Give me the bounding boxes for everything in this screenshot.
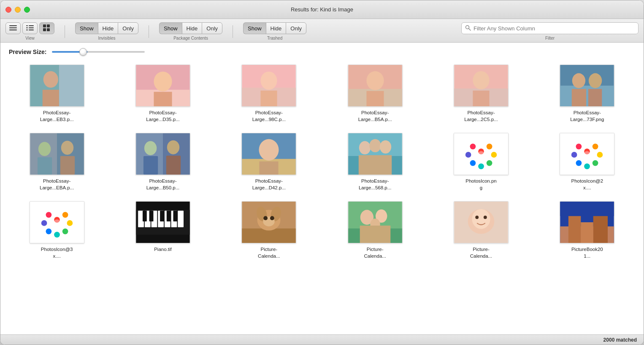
titlebar: Results for: Kind is Image: [0, 0, 644, 19]
grid-item[interactable]: PhotoEssay- Large...568.p...: [324, 131, 426, 193]
package-only-button[interactable]: Only: [202, 22, 222, 34]
svg-rect-5: [26, 27, 28, 28]
svg-point-76: [593, 144, 598, 150]
grid-item[interactable]: PhotoEssay- Large...D35.p...: [111, 63, 214, 124]
thumbnail-wrapper: [454, 65, 509, 107]
view-label: View: [25, 36, 35, 40]
minimize-button[interactable]: [15, 7, 21, 13]
svg-rect-109: [242, 229, 296, 243]
package-seg: Show Hide Only: [159, 22, 222, 34]
grid-scroll[interactable]: PhotoEssay- Large...EB3.p... PhotoEssay-…: [0, 59, 644, 334]
svg-point-71: [465, 152, 471, 158]
list-icon-button[interactable]: [5, 22, 21, 34]
svg-rect-36: [560, 86, 614, 106]
package-contents-group: Show Hide Only Package Contents: [159, 22, 222, 40]
grid-item[interactable]: PhotoEssay- Large...EB3.p...: [5, 63, 108, 124]
thumbnail-wrapper: [135, 65, 190, 107]
invisibles-show-button[interactable]: Show: [75, 22, 98, 34]
file-name-label: Picture- Calenda...: [258, 246, 280, 259]
svg-rect-63: [358, 155, 391, 175]
toolbar: View Show Hide Only Invisibles Show Hide…: [0, 19, 644, 43]
grid-item[interactable]: PhotoEssay- Large...98C.p...: [218, 63, 320, 124]
svg-point-124: [472, 209, 490, 229]
grid-item[interactable]: PhotoEssay- Large...73F.png: [536, 63, 639, 124]
svg-point-125: [475, 216, 479, 219]
grid-item[interactable]: PhotoEssay- Large...B50.p...: [111, 131, 214, 193]
file-name-label: PhotosIcon@2 x....: [571, 178, 603, 191]
invisibles-group: Show Hide Only Invisibles: [75, 22, 138, 40]
svg-rect-102: [178, 211, 184, 227]
svg-rect-46: [60, 156, 74, 175]
svg-rect-44: [38, 157, 52, 175]
svg-rect-16: [59, 65, 84, 106]
svg-point-67: [491, 152, 497, 158]
thumbnail-wrapper: [560, 65, 614, 107]
invisibles-hide-button[interactable]: Hide: [98, 22, 118, 34]
svg-rect-10: [47, 24, 50, 27]
file-name-label: PhotoEssay- Large...D42.p...: [252, 178, 286, 191]
list-detail-icon-button[interactable]: [22, 22, 38, 34]
grid-item[interactable]: PictureBook20 1...: [536, 199, 639, 261]
thumbnail-wrapper: [241, 201, 296, 243]
package-show-button[interactable]: Show: [159, 22, 182, 34]
grid-item[interactable]: PhotoEssay- Large...D42.p...: [218, 131, 320, 193]
grid-icon-button[interactable]: [39, 22, 54, 34]
svg-point-83: [584, 151, 590, 158]
grid-item[interactable]: PhotosIcon@3 x....: [5, 199, 108, 261]
svg-point-69: [478, 164, 484, 170]
grid-item[interactable]: Picture- Calenda...: [218, 199, 320, 261]
svg-rect-40: [588, 89, 602, 106]
svg-rect-6: [29, 27, 34, 28]
svg-line-14: [469, 28, 471, 30]
file-name-label: PhotoEssay- Large...B5A.p...: [358, 109, 392, 123]
svg-point-51: [167, 140, 179, 154]
thumbnail-wrapper: [241, 65, 296, 107]
file-name-label: PhotosIcon@3 x....: [41, 246, 73, 259]
image-grid: PhotoEssay- Large...EB3.p... PhotoEssay-…: [5, 63, 639, 268]
filter-input[interactable]: [474, 25, 635, 32]
svg-rect-131: [581, 222, 593, 243]
trashed-seg: Show Hide Only: [243, 22, 306, 34]
file-name-label: PhotoEssay- Large...2C5.p...: [464, 109, 498, 123]
svg-rect-34: [473, 91, 489, 106]
package-hide-button[interactable]: Hide: [182, 22, 202, 34]
svg-point-80: [576, 160, 582, 166]
grid-item[interactable]: PhotoEssay- Large...2C5.p...: [430, 63, 532, 124]
preview-size-slider[interactable]: [52, 51, 145, 53]
slider-thumb[interactable]: [79, 48, 87, 56]
svg-point-38: [589, 73, 602, 88]
maximize-button[interactable]: [24, 7, 30, 13]
svg-rect-2: [9, 30, 17, 30]
trashed-show-button[interactable]: Show: [243, 22, 266, 34]
filter-input-wrapper[interactable]: [461, 22, 639, 34]
file-name-label: Picture- Calenda...: [470, 246, 492, 259]
svg-rect-1: [9, 27, 17, 28]
svg-point-93: [54, 220, 60, 226]
svg-point-70: [470, 160, 476, 166]
grid-item[interactable]: PhotoEssay- Large...B5A.p...: [324, 63, 426, 124]
svg-rect-18: [42, 90, 59, 106]
invisibles-only-button[interactable]: Only: [118, 22, 138, 34]
filter-group: Filter: [461, 22, 639, 40]
grid-item[interactable]: Picture- Calenda...: [324, 199, 426, 261]
svg-rect-8: [29, 30, 34, 30]
grid-item[interactable]: Picture- Calenda...: [430, 199, 532, 261]
svg-point-114: [264, 216, 268, 221]
svg-rect-57: [260, 162, 279, 175]
svg-point-90: [46, 229, 51, 234]
trashed-only-button[interactable]: Only: [286, 22, 306, 34]
grid-item[interactable]: PhotosIcon@2 x....: [536, 131, 639, 193]
grid-item[interactable]: Piano.tif: [111, 199, 214, 261]
thumbnail-wrapper: [560, 201, 614, 243]
svg-rect-107: [173, 211, 177, 221]
close-button[interactable]: [5, 7, 11, 13]
thumbnail-wrapper: [30, 65, 84, 107]
trashed-group: Show Hide Only Trashed: [243, 22, 306, 40]
grid-item[interactable]: PhotoEssay- Large...EBA.p...: [5, 131, 108, 193]
invisibles-label: Invisibles: [98, 36, 115, 40]
grid-item[interactable]: PhotosIcon.pn g: [430, 131, 532, 193]
toolbar-divider-3: [233, 25, 233, 38]
svg-rect-3: [26, 25, 28, 26]
preview-size-label: Preview Size:: [9, 49, 47, 55]
trashed-hide-button[interactable]: Hide: [266, 22, 286, 34]
